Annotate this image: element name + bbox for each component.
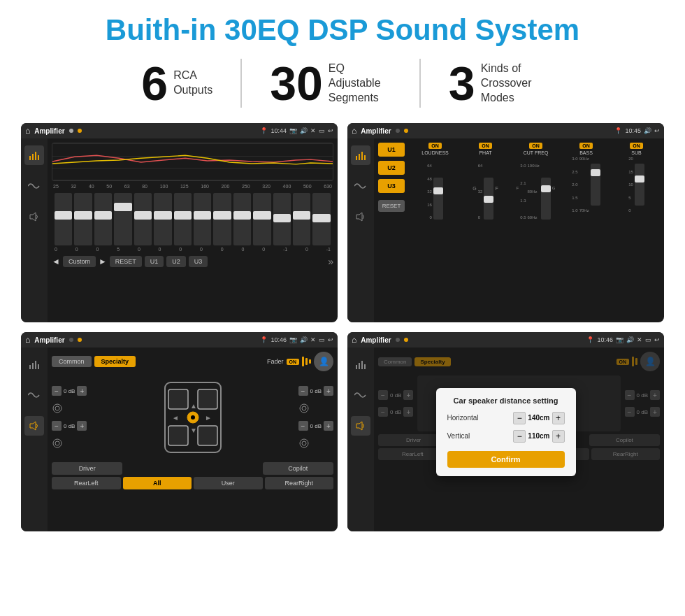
eq-u1-btn[interactable]: U1 bbox=[145, 256, 164, 267]
svg-rect-5 bbox=[356, 156, 357, 160]
fr-plus-btn[interactable]: + bbox=[324, 386, 333, 396]
svg-rect-11 bbox=[32, 363, 34, 369]
eq-freq-labels: 253240 506380 100125160 200250320 400500… bbox=[52, 184, 333, 189]
eq-slider-3[interactable] bbox=[94, 193, 112, 245]
eq-time: 10:44 bbox=[271, 127, 287, 134]
fader-back-icon[interactable]: ↩ bbox=[328, 336, 333, 343]
rl-plus-btn[interactable]: + bbox=[77, 421, 87, 431]
person-icon: 👤 bbox=[314, 352, 333, 371]
amp-cutfreq-channel: ON CUT FREQ F 3.02.11.30.5 100Hz80Hz60Hz bbox=[512, 143, 559, 318]
rl-minus-btn[interactable]: − bbox=[52, 421, 62, 431]
rearright-btn[interactable]: RearRight bbox=[265, 477, 334, 489]
rr-plus-btn[interactable]: + bbox=[324, 421, 333, 431]
eq-slider-7[interactable] bbox=[174, 193, 192, 245]
eq-slider-14[interactable] bbox=[312, 193, 330, 245]
svg-text:►: ► bbox=[205, 414, 212, 422]
amp-screen-card: ⌂ Amplifier 📍 10:45 🔊 ↩ bbox=[347, 123, 664, 322]
amp-u1-btn[interactable]: U1 bbox=[378, 143, 405, 157]
dialog-title: Car speaker distance setting bbox=[447, 396, 565, 405]
confirm-btn[interactable]: Confirm bbox=[447, 451, 565, 468]
stat-label-eq: EQ AdjustableSegments bbox=[329, 62, 391, 105]
amp-u2-btn[interactable]: U2 bbox=[378, 161, 405, 175]
amp-u3-btn[interactable]: U3 bbox=[378, 179, 405, 193]
amp-sidebar-eq-icon[interactable] bbox=[351, 145, 370, 165]
eq-u2-btn[interactable]: U2 bbox=[166, 256, 186, 267]
eq-slider-13[interactable] bbox=[293, 193, 310, 245]
right-col: − 0 dB + − bbox=[298, 386, 333, 449]
stat-number-crossover: 3 bbox=[449, 59, 475, 107]
eq-slider-9[interactable] bbox=[213, 193, 231, 245]
amp-sidebar-speaker-icon[interactable] bbox=[351, 207, 370, 227]
eq-slider-6[interactable] bbox=[154, 193, 171, 245]
amp-loudness-channel: ON LOUDNESS 644832160 bbox=[412, 143, 459, 318]
eq-slider-10[interactable] bbox=[233, 193, 251, 245]
phat-slider-g[interactable] bbox=[484, 178, 493, 220]
eq-next-btn[interactable]: ► bbox=[99, 257, 107, 266]
fader-home-icon[interactable]: ⌂ bbox=[25, 335, 30, 345]
sub-slider[interactable] bbox=[635, 164, 644, 206]
car-diagram-container: ▲ ▼ ◄ ► bbox=[92, 375, 292, 459]
home-icon[interactable]: ⌂ bbox=[25, 126, 30, 136]
amp-back-icon[interactable]: ↩ bbox=[654, 127, 660, 134]
driver-btn[interactable]: Driver bbox=[52, 462, 122, 475]
fader-sidebar bbox=[21, 348, 48, 531]
all-btn[interactable]: All bbox=[123, 477, 192, 489]
loudness-slider[interactable] bbox=[433, 178, 443, 220]
fr-minus-btn[interactable]: − bbox=[298, 386, 308, 396]
fader-sidebar-speaker-icon[interactable] bbox=[24, 416, 44, 436]
volume-icon: 🔊 bbox=[300, 127, 308, 134]
rearleft-btn[interactable]: RearLeft bbox=[52, 477, 121, 489]
rr-minus-btn[interactable]: − bbox=[298, 421, 308, 431]
eq-prev-btn[interactable]: ◄ bbox=[52, 257, 60, 266]
vertical-minus-btn[interactable]: − bbox=[513, 430, 526, 443]
vertical-plus-btn[interactable]: + bbox=[552, 430, 565, 443]
amp-reset-btn[interactable]: RESET bbox=[378, 200, 405, 212]
dialog-overlay: Car speaker distance setting Horizontal … bbox=[347, 332, 664, 531]
fl-minus-btn[interactable]: − bbox=[52, 386, 62, 396]
fader-bottom-btns: RearLeft All User RearRight bbox=[52, 477, 333, 489]
car-diagram-svg: ▲ ▼ ◄ ► bbox=[154, 375, 231, 459]
cutfreq-slider[interactable] bbox=[541, 178, 551, 220]
eq-slider-1[interactable] bbox=[55, 193, 72, 245]
fader-label: Fader bbox=[267, 358, 284, 365]
eq-slider-4[interactable] bbox=[114, 193, 131, 245]
copilot-btn[interactable]: Copilot bbox=[263, 462, 333, 475]
eq-slider-12[interactable] bbox=[273, 193, 291, 245]
amp-volume-icon: 🔊 bbox=[644, 127, 651, 134]
horizontal-minus-btn[interactable]: − bbox=[513, 412, 526, 424]
bass-slider[interactable] bbox=[591, 164, 600, 206]
stat-number-rca: 6 bbox=[141, 59, 168, 107]
svg-point-18 bbox=[55, 441, 59, 445]
eq-slider-11[interactable] bbox=[253, 193, 271, 245]
eq-expand-icon[interactable]: » bbox=[328, 256, 333, 267]
eq-u3-btn[interactable]: U3 bbox=[189, 256, 208, 267]
eq-reset-btn[interactable]: RESET bbox=[110, 256, 142, 267]
vertical-value: 110cm bbox=[528, 432, 549, 440]
svg-rect-10 bbox=[29, 365, 31, 369]
amp-home-icon[interactable]: ⌂ bbox=[352, 126, 356, 136]
svg-rect-0 bbox=[29, 156, 31, 160]
eq-sidebar-speaker-icon[interactable] bbox=[24, 207, 44, 227]
tab-common-btn[interactable]: Common bbox=[52, 356, 92, 367]
amp-screen-content: U1 U2 U3 RESET ON LOUDNESS bbox=[347, 138, 664, 322]
back-icon[interactable]: ↩ bbox=[328, 127, 333, 134]
svg-text:▼: ▼ bbox=[190, 427, 197, 434]
user-btn[interactable]: User bbox=[194, 477, 263, 489]
fl-plus-btn[interactable]: + bbox=[77, 386, 87, 396]
eq-slider-8[interactable] bbox=[194, 193, 211, 245]
eq-slider-5[interactable] bbox=[134, 193, 152, 245]
fader-sidebar-wave-icon[interactable] bbox=[24, 385, 44, 405]
camera-icon: 📷 bbox=[289, 127, 297, 134]
horizontal-value: 140cm bbox=[528, 414, 549, 422]
eq-sidebar-wave-icon[interactable] bbox=[24, 176, 44, 196]
tab-specialty-btn[interactable]: Specialty bbox=[94, 356, 136, 367]
horizontal-plus-btn[interactable]: + bbox=[552, 412, 565, 424]
eq-custom-btn[interactable]: Custom bbox=[63, 256, 96, 267]
fader-time: 10:46 bbox=[271, 336, 287, 343]
fader-sidebar-eq-icon[interactable] bbox=[24, 354, 44, 374]
eq-slider-2[interactable] bbox=[74, 193, 92, 245]
amp-sidebar-wave-icon[interactable] bbox=[351, 176, 370, 196]
eq-sidebar-eq-icon[interactable] bbox=[24, 145, 44, 165]
stat-label-crossover: Kinds ofCrossover Modes bbox=[481, 62, 544, 105]
fader-dot2 bbox=[78, 338, 82, 342]
